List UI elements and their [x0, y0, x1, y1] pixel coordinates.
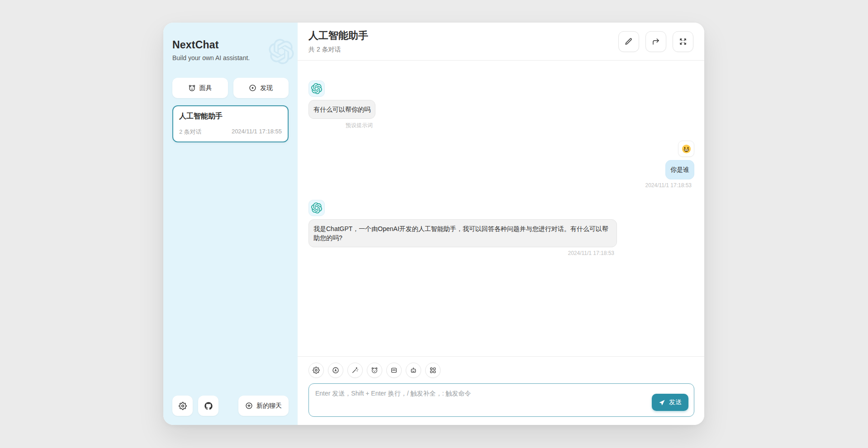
pencil-icon	[625, 38, 633, 46]
chat-item-count: 2 条对话	[179, 128, 202, 136]
chat-item-meta: 2 条对话 2024/11/1 17:18:55	[179, 128, 282, 136]
chat-item-date: 2024/11/1 17:18:55	[232, 128, 282, 136]
nextchat-app-window: NextChat Build your own AI assistant. 面具	[163, 23, 704, 425]
share-button[interactable]	[645, 31, 666, 52]
chat-panel: 人工智能助手 共 2 条对话	[298, 23, 704, 425]
message-list: 有什么可以帮你的吗 预设提示词	[298, 61, 704, 356]
theme-mode-button[interactable]	[328, 363, 343, 378]
masks-button-label: 面具	[199, 84, 212, 92]
composer: 发送	[298, 356, 704, 425]
new-chat-button-label: 新的聊天	[256, 402, 282, 410]
message-bubble: 我是ChatGPT，一个由OpenAI开发的人工智能助手，我可以回答各种问题并与…	[308, 219, 617, 248]
message-content: 有什么可以帮你的吗 预设提示词	[308, 97, 375, 129]
mask-icon	[188, 84, 196, 92]
message-bubble: 有什么可以帮你的吗	[308, 100, 375, 119]
openai-logo-watermark-icon	[269, 39, 294, 64]
chat-input-container: 发送	[308, 383, 694, 417]
github-icon	[204, 402, 213, 410]
model-select-button[interactable]	[406, 363, 421, 378]
chat-list-item-selected[interactable]: 人工智能助手 2 条对话 2024/11/1 17:18:55	[172, 105, 289, 142]
chat-title: 人工智能助手	[308, 29, 368, 42]
sidebar-actions: 面具 发现	[172, 78, 289, 98]
maximize-icon	[679, 38, 687, 46]
send-button-label: 发送	[669, 398, 682, 406]
paper-plane-icon	[659, 399, 665, 406]
openai-logo-icon	[311, 203, 322, 213]
message-assistant: 我是ChatGPT，一个由OpenAI开发的人工智能助手，我可以回答各种问题并与…	[308, 200, 694, 257]
rename-button[interactable]	[618, 31, 639, 52]
sidebar-footer: 新的聊天	[172, 396, 289, 416]
github-button[interactable]	[198, 396, 218, 416]
grid-icon	[429, 367, 436, 374]
context-prompt-label: 预设提示词	[346, 122, 375, 129]
settings-button[interactable]	[172, 396, 193, 416]
discover-icon	[249, 84, 256, 92]
message-bubble: 你是谁	[665, 160, 694, 179]
sidebar: NextChat Build your own AI assistant. 面具	[163, 23, 298, 425]
prompts-button[interactable]	[347, 363, 363, 378]
wand-icon	[351, 367, 359, 374]
openai-logo-icon	[311, 83, 322, 94]
share-icon	[652, 38, 660, 46]
chat-input[interactable]	[309, 384, 694, 416]
assistant-avatar	[308, 80, 325, 97]
theme-auto-icon	[332, 367, 339, 374]
robot-icon	[410, 367, 417, 374]
message-user: 你是谁 2024/11/1 17:18:53	[308, 141, 694, 188]
message-timestamp: 2024/11/1 17:18:53	[645, 182, 694, 189]
chat-message-count: 共 2 条对话	[308, 46, 368, 54]
discover-button-label: 发现	[260, 84, 273, 92]
clear-context-icon	[390, 367, 398, 374]
chat-header-text: 人工智能助手 共 2 条对话	[308, 29, 368, 54]
plus-circle-icon	[245, 402, 253, 410]
message-assistant: 有什么可以帮你的吗 预设提示词	[308, 80, 694, 129]
masks-button[interactable]: 面具	[172, 78, 228, 98]
composer-toolbar	[308, 363, 694, 378]
user-avatar	[678, 141, 694, 157]
gear-icon	[313, 367, 320, 374]
new-chat-button[interactable]: 新的聊天	[238, 396, 289, 416]
masks-toolbar-button[interactable]	[367, 363, 382, 378]
message-timestamp: 2024/11/1 17:18:53	[568, 250, 617, 256]
discover-button[interactable]: 发现	[233, 78, 289, 98]
clear-context-button[interactable]	[386, 363, 402, 378]
chat-header-actions	[618, 31, 693, 52]
chat-item-title: 人工智能助手	[179, 112, 282, 121]
message-content: 我是ChatGPT，一个由OpenAI开发的人工智能助手，我可以回答各种问题并与…	[308, 216, 617, 257]
desktop-background: NextChat Build your own AI assistant. 面具	[0, 0, 868, 448]
message-content: 你是谁 2024/11/1 17:18:53	[645, 157, 694, 188]
smiley-emoji-icon	[681, 144, 692, 154]
chat-header: 人工智能助手 共 2 条对话	[298, 23, 704, 61]
mask-icon	[371, 367, 378, 374]
assistant-avatar	[308, 200, 325, 216]
gear-icon	[179, 402, 187, 410]
plugins-button[interactable]	[425, 363, 441, 378]
fullscreen-button[interactable]	[673, 31, 693, 52]
chat-settings-button[interactable]	[308, 363, 324, 378]
chat-list: 人工智能助手 2 条对话 2024/11/1 17:18:55	[172, 105, 289, 396]
send-button[interactable]: 发送	[652, 394, 688, 411]
